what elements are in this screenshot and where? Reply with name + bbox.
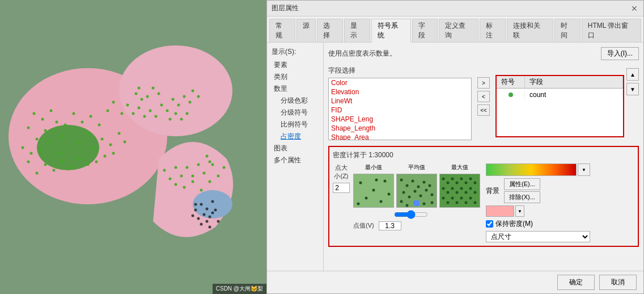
tab-definition-query[interactable]: 定义查询: [439, 19, 478, 42]
density-unit-select[interactable]: 点尺寸: [486, 231, 590, 242]
color-bar-dropdown-button[interactable]: ▼: [578, 163, 590, 176]
move-down-button[interactable]: ▼: [626, 83, 639, 95]
sidebar-item-proportional-symbol[interactable]: 比例符号: [272, 119, 319, 131]
density-section: 密度计算于 1:30000 点大小(Z) 最小值 平均值 最大值: [328, 146, 639, 247]
sidebar-item-multiple-attributes[interactable]: 多个属性: [272, 154, 319, 166]
svg-point-78: [183, 186, 186, 189]
field-item-shape-length[interactable]: Shape_Length: [329, 124, 471, 133]
field-item-fid[interactable]: FID: [329, 106, 471, 115]
svg-point-20: [92, 146, 95, 149]
svg-point-19: [78, 141, 81, 144]
svg-point-88: [211, 200, 214, 203]
svg-point-52: [172, 98, 175, 101]
svg-point-29: [78, 158, 81, 161]
svg-point-34: [36, 172, 39, 175]
background-row: 背景 属性(E)... 排除(X)...: [486, 178, 590, 203]
tab-joins[interactable]: 连接和关联: [507, 19, 553, 42]
svg-point-26: [104, 155, 107, 158]
move-buttons: ▲ ▼: [626, 66, 639, 137]
svg-point-57: [169, 118, 172, 121]
svg-point-133: [460, 178, 463, 180]
confirm-button[interactable]: 确定: [557, 275, 595, 290]
svg-point-63: [152, 87, 155, 90]
sidebar-item-categories[interactable]: 类别: [272, 71, 319, 83]
field-list[interactable]: Color Elevation LineWt FID SHAPE_Leng Sh…: [328, 78, 472, 140]
arrow-left-all-button[interactable]: <<: [477, 104, 490, 116]
tab-symbology[interactable]: 符号系统: [371, 19, 411, 43]
svg-point-103: [372, 189, 375, 192]
arrow-right-button[interactable]: >: [477, 77, 490, 89]
field-item-linewt[interactable]: LineWt: [329, 96, 471, 106]
svg-point-37: [30, 152, 33, 155]
svg-point-135: [469, 178, 472, 180]
cancel-button[interactable]: 取消: [599, 275, 637, 290]
tab-general[interactable]: 常规: [269, 19, 295, 42]
field-item-elevation[interactable]: Elevation: [329, 87, 471, 96]
attribute-button[interactable]: 属性(E)...: [504, 178, 540, 190]
svg-point-45: [132, 112, 135, 115]
close-button[interactable]: ✕: [630, 4, 639, 13]
svg-point-152: [474, 201, 477, 204]
field-item-shape-area[interactable]: Shape_Area: [329, 133, 471, 140]
svg-point-126: [423, 203, 426, 205]
svg-point-67: [138, 87, 141, 90]
svg-point-149: [460, 197, 463, 200]
svg-point-91: [209, 216, 211, 219]
sidebar-item-quantities[interactable]: 数里: [272, 83, 319, 95]
move-up-button[interactable]: ▲: [626, 68, 639, 81]
exclude-button[interactable]: 排除(X)...: [504, 191, 540, 203]
svg-point-144: [474, 191, 477, 194]
svg-point-123: [400, 200, 403, 203]
svg-point-120: [420, 195, 422, 198]
point-size-input[interactable]: [333, 183, 350, 193]
svg-point-112: [406, 184, 409, 187]
keep-density-checkbox[interactable]: [486, 220, 493, 228]
point-value-label: 点值(V): [353, 221, 374, 230]
sidebar-item-features[interactable]: 要素: [272, 59, 319, 71]
sidebar-item-graduated-symbol[interactable]: 分级符号: [272, 107, 319, 119]
arrow-buttons: > < <<: [475, 66, 492, 116]
sidebar-item-charts[interactable]: 图表: [272, 142, 319, 154]
tab-display[interactable]: 显示: [344, 19, 370, 42]
field-item-color[interactable]: Color: [329, 78, 471, 87]
table-row[interactable]: count: [497, 89, 623, 101]
svg-point-74: [197, 163, 200, 166]
density-slider[interactable]: [394, 210, 428, 219]
max-thumbnail: [439, 174, 480, 208]
tab-selection[interactable]: 选择: [317, 19, 343, 42]
field-item-shape-leng[interactable]: SHAPE_Leng: [329, 115, 471, 124]
svg-point-118: [408, 196, 411, 199]
arrow-left-button[interactable]: <: [477, 91, 490, 102]
tab-source[interactable]: 源: [296, 19, 316, 42]
sidebar-item-dot-density[interactable]: 占密度: [272, 131, 319, 142]
svg-point-85: [206, 155, 209, 158]
tab-fields[interactable]: 字段: [412, 19, 438, 42]
svg-point-87: [206, 208, 209, 211]
density-slider-row: [353, 210, 480, 219]
svg-point-9: [44, 129, 47, 132]
dialog-titlebar: 图层属性 ✕: [267, 1, 643, 16]
import-button[interactable]: 导入(I)...: [601, 47, 639, 60]
bg-color-dropdown-button[interactable]: ▼: [515, 205, 524, 217]
header-symbol: 符号: [497, 76, 525, 88]
svg-point-137: [442, 187, 445, 190]
svg-point-134: [465, 182, 468, 184]
svg-point-30: [70, 166, 73, 169]
background-color-swatch[interactable]: [486, 205, 514, 217]
svg-point-131: [451, 178, 454, 180]
tab-time[interactable]: 时间: [554, 19, 581, 42]
sidebar-item-graduated-color[interactable]: 分级色彩: [272, 95, 319, 107]
svg-point-35: [27, 161, 30, 163]
svg-point-43: [121, 112, 124, 115]
tab-html-popup[interactable]: HTML 弹出窗口: [582, 19, 641, 42]
svg-point-27: [95, 161, 98, 163]
svg-point-59: [186, 112, 189, 115]
svg-point-39: [64, 124, 67, 127]
point-size-control: 点大小(Z): [333, 163, 350, 193]
tab-labels[interactable]: 标注: [480, 19, 506, 42]
svg-point-108: [357, 203, 360, 205]
svg-point-94: [206, 220, 209, 223]
point-value-input[interactable]: [379, 221, 401, 230]
svg-point-49: [155, 115, 158, 118]
color-bar-row: ▼: [486, 163, 590, 176]
